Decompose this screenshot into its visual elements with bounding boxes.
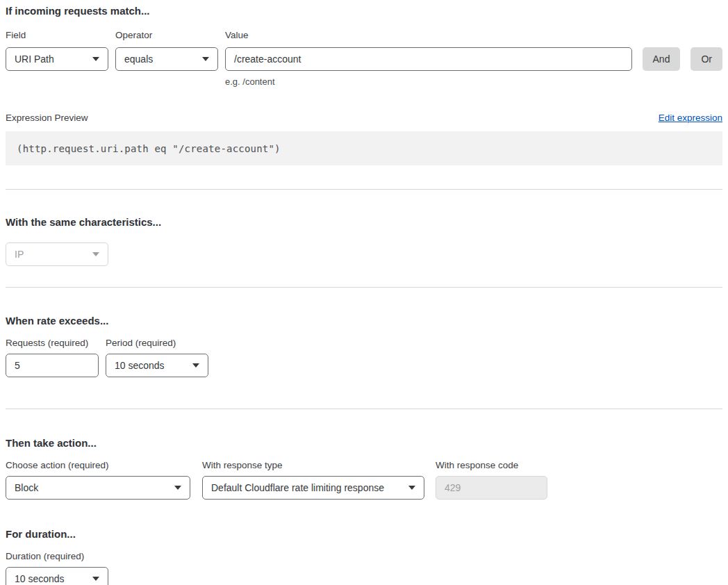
response-type-select-value: Default Cloudflare rate limiting respons… [211, 482, 384, 493]
characteristic-select: IP [6, 242, 108, 266]
expression-connector-buttons: And Or [643, 47, 722, 71]
field-group-requests: Requests (required) [6, 338, 99, 377]
period-select-value: 10 seconds [115, 360, 165, 371]
action-fields-row: Choose action (required) Block With resp… [6, 461, 722, 500]
expression-preview-header: Expression Preview Edit expression [6, 113, 722, 123]
response-code-input [436, 476, 547, 500]
chevron-down-icon [408, 486, 415, 490]
section-divider [6, 189, 722, 190]
chevron-down-icon [92, 252, 99, 256]
chevron-down-icon [92, 577, 99, 581]
action-section-title: Then take action... [6, 437, 722, 450]
characteristics-section-title: With the same characteristics... [6, 216, 722, 229]
expression-text: (http.request.uri.path eq "/create-accou… [17, 143, 281, 154]
value-label: Value [225, 31, 632, 40]
field-group-operator: Operator equals [115, 31, 218, 71]
field-select-value: URI Path [15, 53, 54, 65]
match-section-title: If incoming requests match... [6, 0, 722, 17]
chevron-down-icon [192, 363, 199, 368]
response-code-label: With response code [436, 461, 547, 470]
duration-section-title: For duration... [6, 528, 722, 541]
field-group-response-code: With response code [436, 461, 547, 500]
field-group-action: Choose action (required) Block [6, 461, 190, 500]
chevron-down-icon [174, 486, 181, 490]
action-select-value: Block [15, 482, 38, 493]
duration-select-value: 10 seconds [15, 573, 65, 584]
operator-select[interactable]: equals [115, 47, 218, 71]
operator-label: Operator [115, 31, 218, 40]
field-select[interactable]: URI Path [6, 47, 108, 71]
and-button[interactable]: And [643, 47, 681, 71]
edit-expression-link[interactable]: Edit expression [659, 113, 722, 123]
action-label: Choose action (required) [6, 461, 190, 470]
match-fields-row: Field URI Path Operator equals Value e.g… [6, 31, 722, 87]
value-input[interactable] [225, 47, 632, 71]
field-label: Field [6, 31, 108, 40]
duration-label: Duration (required) [6, 552, 108, 561]
duration-select[interactable]: 10 seconds [6, 567, 108, 585]
field-group-value: Value e.g. /content [225, 31, 632, 87]
field-group-field: Field URI Path [6, 31, 108, 71]
action-select[interactable]: Block [6, 476, 190, 500]
section-divider [6, 287, 722, 288]
or-button[interactable]: Or [690, 47, 722, 71]
rate-section-title: When rate exceeds... [6, 315, 722, 327]
chevron-down-icon [202, 57, 209, 61]
period-label: Period (required) [106, 338, 208, 348]
operator-select-value: equals [124, 53, 153, 65]
rate-fields-row: Requests (required) Period (required) 10… [6, 338, 722, 377]
field-group-period: Period (required) 10 seconds [106, 338, 208, 377]
rate-limit-rule-form: If incoming requests match... Field URI … [0, 0, 728, 585]
section-divider [6, 409, 722, 409]
value-hint: e.g. /content [225, 76, 632, 87]
period-select[interactable]: 10 seconds [106, 354, 208, 377]
requests-label: Requests (required) [6, 338, 99, 348]
characteristic-select-value: IP [15, 249, 24, 260]
response-type-select[interactable]: Default Cloudflare rate limiting respons… [202, 476, 424, 500]
expression-preview-label: Expression Preview [6, 113, 88, 123]
requests-input[interactable] [6, 354, 99, 377]
chevron-down-icon [92, 57, 99, 61]
field-group-response-type: With response type Default Cloudflare ra… [202, 461, 424, 500]
field-group-duration: Duration (required) 10 seconds [6, 552, 108, 585]
expression-preview-code: (http.request.uri.path eq "/create-accou… [6, 131, 722, 165]
response-type-label: With response type [202, 461, 424, 470]
